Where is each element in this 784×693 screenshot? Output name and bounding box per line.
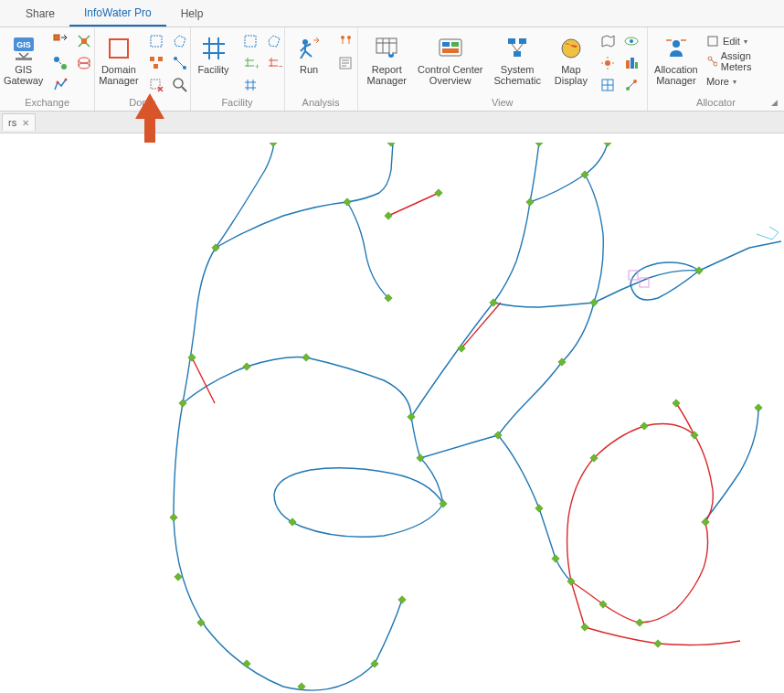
- svg-rect-102: [243, 660, 250, 667]
- exchange-tool-4-icon[interactable]: [74, 31, 94, 51]
- svg-rect-15: [150, 57, 154, 61]
- facility-grid-icon[interactable]: [240, 75, 260, 95]
- network-map-canvas[interactable]: [0, 143, 784, 693]
- domain-links-icon[interactable]: [170, 53, 190, 73]
- svg-rect-106: [302, 354, 310, 361]
- view-tool-3-icon[interactable]: [598, 75, 618, 95]
- svg-point-60: [390, 52, 393, 55]
- group-allocator: Allocation Manager Edit ▾ Assign Meters …: [648, 27, 784, 111]
- tab-help[interactable]: Help: [166, 2, 218, 26]
- tab-infowater-pro[interactable]: InfoWater Pro: [69, 1, 166, 27]
- svg-rect-136: [641, 422, 648, 430]
- svg-line-94: [711, 59, 715, 63]
- allocation-manager-button[interactable]: Allocation Manager: [653, 31, 699, 88]
- chevron-down-icon: ▾: [744, 37, 747, 46]
- analysis-report-icon[interactable]: [335, 53, 355, 73]
- svg-point-5: [61, 64, 67, 69]
- facility-icon: [200, 33, 228, 64]
- domain-nodes-icon[interactable]: [146, 53, 166, 73]
- allocation-manager-icon: [662, 33, 690, 64]
- system-schematic-button[interactable]: System Schematic: [491, 31, 545, 88]
- svg-rect-63: [451, 42, 459, 47]
- close-icon[interactable]: ✕: [22, 118, 29, 128]
- view-tool-4-icon[interactable]: [621, 31, 641, 51]
- report-manager-button[interactable]: Report Manager: [364, 31, 410, 88]
- gis-gateway-icon: GIS: [10, 33, 37, 64]
- exchange-tool-5-icon[interactable]: [74, 53, 94, 73]
- exchange-tool-1-icon[interactable]: [50, 31, 70, 51]
- domain-select-rect-icon[interactable]: [146, 31, 166, 51]
- group-analysis: Run Analysis: [285, 27, 358, 111]
- svg-rect-112: [344, 198, 351, 206]
- svg-rect-28: [245, 36, 256, 47]
- gis-gateway-button[interactable]: GIS GIS Gateway: [0, 31, 47, 88]
- domain-manager-button[interactable]: Domain Manager: [95, 31, 142, 88]
- svg-rect-64: [442, 48, 459, 53]
- svg-rect-134: [673, 400, 680, 407]
- svg-rect-139: [654, 640, 662, 647]
- run-icon: [295, 33, 323, 64]
- svg-rect-16: [158, 57, 163, 61]
- view-tool-2-icon[interactable]: [598, 53, 618, 73]
- map-display-button[interactable]: Map Display: [548, 31, 594, 88]
- group-facility: Facility + − Facility: [191, 27, 285, 111]
- control-center-overview-button[interactable]: Control Center Overview: [414, 31, 487, 88]
- group-domain: Domain Manager Doma: [95, 27, 190, 111]
- group-label-analysis: Analysis: [291, 95, 352, 109]
- exchange-tool-3-icon[interactable]: [50, 75, 70, 95]
- assign-meters-button[interactable]: Assign Meters: [703, 51, 779, 71]
- facility-add-grid-icon[interactable]: +: [240, 53, 260, 73]
- edit-dropdown[interactable]: Edit ▾: [703, 31, 779, 51]
- facility-select-rect-icon[interactable]: [240, 31, 260, 51]
- group-label-exchange: Exchange: [5, 95, 89, 109]
- svg-rect-2: [16, 58, 32, 60]
- svg-rect-97: [212, 244, 219, 251]
- svg-rect-13: [110, 39, 128, 58]
- dialog-launcher-icon[interactable]: ◢: [771, 98, 782, 109]
- svg-line-69: [517, 44, 523, 51]
- run-button[interactable]: Run: [286, 31, 332, 77]
- group-label-domain: Doma: [101, 95, 184, 109]
- svg-point-41: [302, 39, 308, 45]
- facility-remove-grid-icon[interactable]: −: [264, 53, 284, 73]
- svg-rect-84: [635, 62, 638, 69]
- svg-rect-121: [604, 143, 611, 146]
- view-tool-6-icon[interactable]: [621, 75, 641, 95]
- group-view: Report Manager Control Center Overview S…: [358, 27, 648, 111]
- domain-clear-icon[interactable]: [146, 75, 166, 95]
- svg-text:+: +: [255, 62, 259, 71]
- exchange-tool-2-icon[interactable]: [50, 53, 70, 73]
- svg-point-6: [57, 81, 59, 84]
- svg-rect-91: [708, 37, 717, 46]
- group-exchange: GIS GIS Gateway Exchange: [0, 27, 95, 111]
- svg-text:−: −: [279, 61, 282, 71]
- more-dropdown[interactable]: More ▾: [703, 71, 779, 91]
- svg-rect-55: [376, 38, 397, 53]
- view-tool-1-icon[interactable]: [598, 31, 618, 51]
- svg-rect-96: [270, 143, 277, 146]
- domain-select-poly-icon[interactable]: [170, 31, 190, 51]
- svg-rect-66: [519, 38, 526, 44]
- svg-point-9: [79, 58, 90, 63]
- svg-rect-8: [81, 38, 87, 44]
- analysis-batch-run-icon[interactable]: [335, 31, 355, 51]
- view-tool-5-icon[interactable]: [621, 53, 641, 73]
- svg-line-87: [629, 82, 634, 88]
- svg-rect-128: [552, 555, 559, 562]
- domain-zoom-icon[interactable]: [170, 75, 190, 95]
- facility-select-poly-icon[interactable]: [264, 31, 284, 51]
- facility-button[interactable]: Facility: [191, 31, 237, 77]
- report-manager-icon: [373, 33, 400, 64]
- document-tab[interactable]: rs ✕: [2, 113, 36, 131]
- svg-rect-113: [385, 212, 392, 219]
- system-schematic-icon: [503, 33, 531, 64]
- chevron-down-icon: ▾: [733, 78, 736, 86]
- svg-rect-17: [154, 64, 158, 69]
- svg-point-81: [630, 39, 633, 43]
- svg-point-49: [347, 36, 351, 39]
- svg-point-22: [174, 79, 183, 88]
- svg-rect-82: [626, 60, 630, 69]
- svg-rect-122: [590, 299, 598, 306]
- tab-share[interactable]: Share: [11, 2, 69, 26]
- document-tab-strip: rs ✕: [0, 112, 784, 133]
